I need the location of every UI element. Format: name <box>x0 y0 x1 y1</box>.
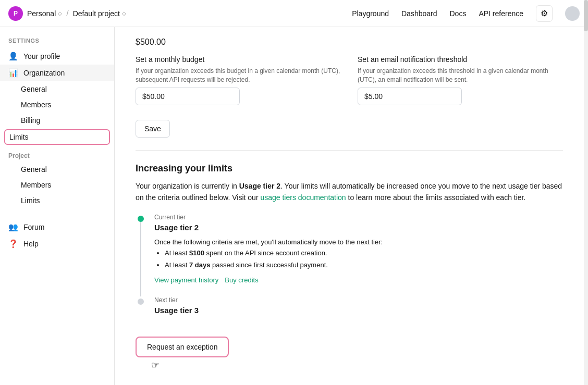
scrollbar-thumb[interactable] <box>584 27 588 31</box>
org-icon: 📊 <box>8 68 18 78</box>
current-tier-dot <box>138 216 144 222</box>
project-name-text: Default project <box>73 9 120 18</box>
sidebar-item-general[interactable]: General <box>0 81 114 97</box>
criteria-intro: Once the following criteria are met, you… <box>154 238 383 246</box>
project-section-header: Project <box>0 146 114 162</box>
budget-fields-row: Set a monthly budget If your organizatio… <box>136 55 563 105</box>
user-avatar[interactable] <box>565 6 580 21</box>
main-content: $500.00 Set a monthly budget If your org… <box>115 27 588 385</box>
project-chevron-icon: ◇ <box>122 10 126 16</box>
sidebar: SETTINGS 👤 Your profile 📊 Organization G… <box>0 27 115 385</box>
desc-suffix: to learn more about the limits associate… <box>346 193 526 202</box>
scrollbar-track[interactable] <box>584 27 588 385</box>
tier-line <box>140 222 141 296</box>
sidebar-label-general: General <box>21 85 47 93</box>
project-name-nav[interactable]: Default project ◇ <box>73 9 126 18</box>
org-name-nav[interactable]: Personal ◇ <box>27 9 62 18</box>
next-tier-dot <box>138 299 144 305</box>
exception-btn-wrapper: Request an exception ☞ <box>136 332 563 371</box>
nav-docs[interactable]: Docs <box>449 9 466 18</box>
cursor-indicator: ☞ <box>136 357 563 371</box>
current-tier-tag: Current tier <box>154 214 563 221</box>
nav-dashboard[interactable]: Dashboard <box>401 9 437 18</box>
settings-section-label: SETTINGS <box>0 38 114 48</box>
sidebar-label-billing: Billing <box>21 116 40 125</box>
criteria-item-0: At least $100 spent on the API since acc… <box>165 248 563 259</box>
settings-gear-button[interactable]: ⚙ <box>536 5 553 22</box>
content-inner: $500.00 Set a monthly budget If your org… <box>115 27 584 385</box>
budget-amount-display: $500.00 <box>136 27 563 55</box>
email-threshold-input[interactable] <box>358 88 462 105</box>
monthly-budget-input[interactable] <box>136 88 240 105</box>
main-area: $500.00 Set a monthly budget If your org… <box>115 27 588 385</box>
sidebar-item-proj-general[interactable]: General <box>0 162 114 177</box>
nav-api-reference[interactable]: API reference <box>479 9 523 18</box>
org-chevron-icon: ◇ <box>58 10 62 16</box>
org-avatar[interactable]: P <box>8 6 23 21</box>
sidebar-item-organization[interactable]: 📊 Organization <box>0 65 114 81</box>
increasing-limits-title: Increasing your limits <box>136 163 563 174</box>
sidebar-label-limits: Limits <box>9 133 29 141</box>
sidebar-label-organization: Organization <box>23 69 65 77</box>
email-threshold-label: Set an email notification threshold <box>358 55 563 64</box>
org-name-text: Personal <box>27 9 56 18</box>
desc-bold: Usage tier 2 <box>239 182 280 190</box>
sidebar-label-proj-limits: Limits <box>21 196 40 205</box>
monthly-budget-label: Set a monthly budget <box>136 55 341 64</box>
top-navigation: P Personal ◇ / Default project ◇ Playgro… <box>0 0 588 27</box>
sidebar-label-proj-members: Members <box>21 181 51 189</box>
nav-separator: / <box>66 9 68 18</box>
nav-playground[interactable]: Playground <box>352 9 389 18</box>
increasing-limits-desc: Your organization is currently in Usage … <box>136 180 563 204</box>
tier-item-next: Next tier Usage tier 3 <box>136 296 563 332</box>
forum-icon: 👥 <box>8 222 18 232</box>
next-tier-tag: Next tier <box>154 296 563 304</box>
next-tier-content: Next tier Usage tier 3 <box>154 296 563 332</box>
sidebar-item-your-profile[interactable]: 👤 Your profile <box>0 48 114 65</box>
desc-prefix: Your organization is currently in <box>136 182 239 190</box>
hand-cursor-icon: ☞ <box>151 359 160 371</box>
sidebar-item-billing[interactable]: Billing <box>0 113 114 128</box>
sidebar-label-proj-general: General <box>21 165 47 173</box>
criteria-list: At least $100 spent on the API since acc… <box>154 248 563 271</box>
topnav-right: Playground Dashboard Docs API reference … <box>352 5 580 22</box>
email-threshold-field: Set an email notification threshold If y… <box>358 55 563 105</box>
sidebar-label-your-profile: Your profile <box>23 52 60 60</box>
app-body: SETTINGS 👤 Your profile 📊 Organization G… <box>0 27 588 385</box>
view-payment-history-link[interactable]: View payment history <box>154 276 218 284</box>
buy-credits-link[interactable]: Buy credits <box>225 276 258 284</box>
current-tier-name: Usage tier 2 <box>154 223 563 232</box>
criteria-1-prefix: At least <box>165 261 189 269</box>
sidebar-item-limits[interactable]: Limits <box>4 129 110 145</box>
sidebar-label-help: Help <box>23 240 39 248</box>
save-button[interactable]: Save <box>136 120 170 138</box>
tier-item-current: Current tier Usage tier 2 Once the follo… <box>136 214 563 296</box>
request-exception-button[interactable]: Request an exception <box>136 337 229 357</box>
sidebar-item-forum[interactable]: 👥 Forum <box>0 219 114 235</box>
tier-links: View payment history Buy credits <box>154 276 563 284</box>
criteria-1-suffix: passed since first successful payment. <box>210 261 327 269</box>
tier-dot-col-next <box>136 296 146 332</box>
help-icon: ❓ <box>8 239 18 249</box>
sidebar-label-forum: Forum <box>23 223 44 231</box>
monthly-budget-field: Set a monthly budget If your organizatio… <box>136 55 341 105</box>
sidebar-item-help[interactable]: ❓ Help <box>0 235 114 252</box>
monthly-budget-desc: If your organization exceeds this budget… <box>136 67 341 84</box>
criteria-0-prefix: At least <box>165 249 189 257</box>
email-threshold-desc: If your organization exceeds this thresh… <box>358 67 563 84</box>
sidebar-item-proj-members[interactable]: Members <box>0 177 114 193</box>
criteria-box: Once the following criteria are met, you… <box>154 237 563 270</box>
section-divider <box>136 150 563 151</box>
current-tier-content: Current tier Usage tier 2 Once the follo… <box>154 214 563 296</box>
criteria-1-bold: 7 days <box>189 261 210 269</box>
sidebar-item-proj-limits[interactable]: Limits <box>0 193 114 208</box>
criteria-0-bold: $100 <box>189 249 204 257</box>
criteria-item-1: At least 7 days passed since first succe… <box>165 260 563 271</box>
sidebar-item-members[interactable]: Members <box>0 97 114 113</box>
usage-tiers-link[interactable]: usage tiers documentation <box>260 193 346 202</box>
criteria-0-suffix: spent on the API since account creation. <box>204 249 327 257</box>
profile-icon: 👤 <box>8 52 18 61</box>
sidebar-label-members: Members <box>21 101 51 109</box>
next-tier-name: Usage tier 3 <box>154 306 563 315</box>
tier-list: Current tier Usage tier 2 Once the follo… <box>136 214 563 332</box>
